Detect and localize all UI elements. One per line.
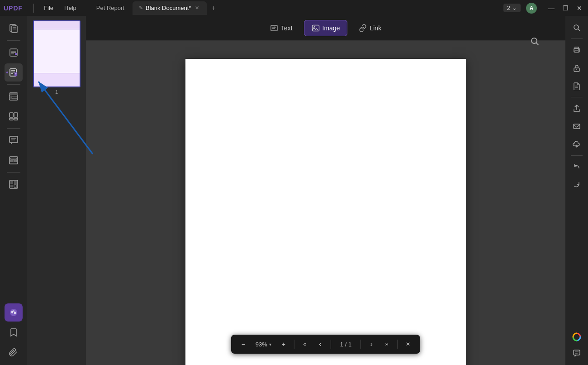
right-cloud-icon <box>573 140 581 149</box>
text-tool-button[interactable]: T Text <box>262 20 300 36</box>
sidebar-item-view[interactable] <box>5 87 23 106</box>
svg-text:T: T <box>273 25 275 28</box>
svg-rect-27 <box>9 136 18 143</box>
right-print-button[interactable] <box>569 42 585 58</box>
right-share-button[interactable] <box>569 100 585 116</box>
menu-file[interactable]: File <box>39 3 58 13</box>
image-tool-label: Image <box>322 24 340 32</box>
color-palette-icon <box>572 332 581 341</box>
sidebar-item-bookmark[interactable] <box>5 323 23 341</box>
right-divider-1 <box>571 38 583 39</box>
image-tool-icon <box>312 24 320 32</box>
sidebar-item-edit[interactable] <box>5 43 23 62</box>
logo-text: UPDF <box>4 5 23 12</box>
zoom-display: 93% ▾ <box>252 341 275 348</box>
app-logo: UPDF <box>4 5 23 12</box>
toolbar-separator-4 <box>397 340 398 349</box>
right-undo-icon <box>573 163 581 171</box>
right-print-icon <box>573 46 581 54</box>
next-page-button[interactable]: › <box>365 337 378 351</box>
right-redo-button[interactable] <box>569 177 585 193</box>
sidebar-item-organize[interactable] <box>5 107 23 125</box>
right-color-icon[interactable] <box>569 329 585 345</box>
last-page-button[interactable]: » <box>380 337 394 351</box>
svg-rect-32 <box>10 158 17 159</box>
sidebar-item-comment[interactable] <box>5 131 23 149</box>
sidebar-item-ai[interactable] <box>5 303 23 322</box>
add-tab-button[interactable]: + <box>209 3 218 13</box>
window-controls: — ❐ ✕ <box>546 4 584 13</box>
title-divider <box>33 4 34 13</box>
right-cloud-button[interactable] <box>569 136 585 153</box>
tab-pet-report[interactable]: Pet Report <box>90 1 131 15</box>
maximize-button[interactable]: ❐ <box>560 4 571 13</box>
link-tool-icon <box>359 24 367 32</box>
right-chat-button[interactable] <box>569 345 585 361</box>
right-sidebar <box>565 16 588 365</box>
sidebar-item-pages[interactable] <box>5 19 23 38</box>
svg-rect-26 <box>14 118 18 120</box>
right-undo-button[interactable] <box>569 158 585 175</box>
link-tool-button[interactable]: Link <box>351 20 389 36</box>
minimize-button[interactable]: — <box>546 4 557 13</box>
right-divider-3 <box>571 155 583 156</box>
zoom-out-button[interactable]: − <box>237 337 250 351</box>
tab-pet-report-label: Pet Report <box>96 5 124 11</box>
menu-help[interactable]: Help <box>60 3 81 13</box>
page-indicator[interactable]: 2 ⌄ <box>503 4 521 12</box>
active-indicator <box>6 72 8 73</box>
close-bottom-toolbar-button[interactable]: ✕ <box>401 337 415 351</box>
link-tool-label: Link <box>370 24 381 32</box>
document-page <box>185 59 466 365</box>
search-button[interactable] <box>530 37 539 48</box>
menu-bar: File Help <box>39 3 81 13</box>
close-button[interactable]: ✕ <box>574 4 584 13</box>
image-tool-button[interactable]: Image <box>304 20 348 36</box>
right-lock-button[interactable] <box>569 60 585 76</box>
svg-rect-19 <box>9 93 18 95</box>
text-tool-icon: T <box>270 24 278 32</box>
thumbnail-footer <box>34 73 80 86</box>
left-sidebar <box>0 16 27 365</box>
right-search-button[interactable] <box>569 19 585 36</box>
toolbar-separator-3 <box>360 340 361 349</box>
page-indicator-dropdown[interactable]: ⌄ <box>512 5 517 11</box>
zoom-in-button[interactable]: + <box>277 337 290 351</box>
right-chat-icon <box>573 349 581 357</box>
right-mail-button[interactable] <box>569 118 585 134</box>
sidebar-item-forms[interactable] <box>5 151 23 169</box>
sidebar-item-annotate[interactable] <box>5 63 23 82</box>
user-avatar[interactable]: A <box>526 3 537 14</box>
first-page-button[interactable]: « <box>298 337 312 351</box>
svg-rect-36 <box>10 181 13 184</box>
thumbnail-page-1[interactable]: 1 <box>33 20 81 95</box>
right-divider-2 <box>571 97 583 97</box>
svg-rect-23 <box>9 113 13 117</box>
svg-rect-39 <box>14 185 17 187</box>
svg-rect-25 <box>9 118 13 120</box>
thumbnail-body <box>34 29 80 73</box>
right-file-button[interactable] <box>569 78 585 94</box>
toolbar-separator-1 <box>294 340 294 349</box>
tab-close-button[interactable]: ✕ <box>194 5 200 11</box>
svg-point-43 <box>13 310 14 312</box>
search-icon <box>530 37 539 46</box>
zoom-dropdown-button[interactable]: ▾ <box>269 342 271 347</box>
svg-line-53 <box>578 29 580 31</box>
right-share-icon <box>573 104 581 112</box>
svg-rect-63 <box>574 350 580 355</box>
sidebar-item-template[interactable] <box>5 175 23 193</box>
tab-blank-document-label: Blank Document* <box>146 5 191 11</box>
svg-rect-24 <box>14 113 18 117</box>
sidebar-divider-1 <box>7 40 20 41</box>
main-layout: 1 T Text Image <box>0 16 588 365</box>
thumbnail-panel: 1 <box>27 16 86 365</box>
sidebar-bottom <box>5 303 23 361</box>
canvas-area[interactable] <box>86 41 565 365</box>
svg-rect-37 <box>14 181 17 184</box>
thumbnail-header <box>34 21 80 29</box>
prev-page-button[interactable]: ‹ <box>313 337 327 351</box>
tab-blank-document[interactable]: ✎ Blank Document* ✕ <box>133 1 207 15</box>
sidebar-item-attachment[interactable] <box>5 343 23 361</box>
sidebar-divider-3 <box>7 128 20 129</box>
